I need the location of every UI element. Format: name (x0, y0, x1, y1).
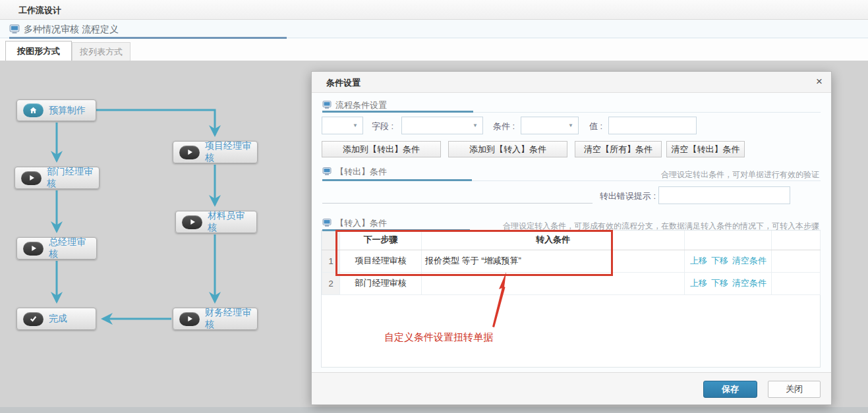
play-icon (21, 171, 42, 185)
monitor-icon (9, 24, 20, 36)
table-row: 2 部门经理审核 上移下移清空条件 (322, 272, 821, 294)
value-label: 值 : (589, 121, 602, 132)
table-row: 1 项目经理审核 报价类型 等于 “增减预算” 上移下移清空条件 (322, 250, 821, 272)
view-tabbar: 按图形方式 按列表方式 (0, 39, 868, 61)
node-label: 材料员审核 (208, 210, 250, 234)
node-label: 部门经理审核 (47, 166, 93, 190)
chevron-down-icon: ▼ (473, 123, 478, 128)
clear-all-condition-button[interactable]: 清空【所有】条件 (575, 141, 662, 157)
row-number: 1 (322, 250, 340, 272)
play-icon (179, 312, 200, 326)
section-in-condition: 【转入】条件 (322, 217, 387, 229)
header-actions (685, 231, 772, 250)
node-label: 总经理审核 (49, 236, 90, 260)
monitor-icon (322, 101, 332, 111)
node-label: 预算制作 (49, 105, 86, 117)
close-icon[interactable]: × (816, 75, 823, 88)
node-label: 完成 (49, 313, 67, 325)
flow-node-finance-manager-review[interactable]: 财务经理审核 (173, 308, 258, 330)
annotation-text: 自定义条件设置扭转单据 (384, 331, 493, 344)
home-icon (23, 103, 43, 117)
play-icon (23, 242, 43, 256)
actions-cell: 上移下移清空条件 (685, 250, 772, 272)
section-underline (322, 229, 470, 231)
out-error-input[interactable] (658, 186, 790, 204)
out-condition-hint: 合理设定转出条件，可对单据进行有效的验证 (661, 169, 819, 180)
app-header: 工作流设计 (0, 0, 868, 20)
in-condition-cell (422, 272, 685, 294)
close-button[interactable]: 关闭 (768, 381, 821, 398)
check-icon (23, 312, 43, 326)
section-underline (322, 111, 473, 113)
section-underline (322, 179, 472, 181)
clear-condition-link[interactable]: 清空条件 (732, 256, 767, 265)
workflow-designer-screen: 工作流设计 多种情况审核 流程定义 按图形方式 按列表方式 (0, 0, 868, 413)
header-row-number (322, 231, 340, 250)
flow-node-gm-review[interactable]: 总经理审核 (16, 237, 97, 260)
flow-node-dept-manager-review[interactable]: 部门经理审核 (14, 167, 100, 189)
monitor-icon (322, 167, 332, 177)
clear-out-condition-button[interactable]: 清空【转出】条件 (666, 141, 745, 157)
node-label: 财务经理审核 (205, 307, 251, 331)
next-step-cell: 项目经理审核 (340, 250, 422, 272)
page-title: 工作流设计 (18, 5, 61, 16)
save-button[interactable]: 保存 (703, 381, 757, 398)
flow-node-budget-create[interactable]: 预算制作 (16, 99, 96, 121)
condition-label: 条件 : (493, 121, 515, 132)
condition-select[interactable]: ▼ (521, 117, 579, 134)
chevron-down-icon: ▼ (353, 123, 358, 128)
header-spare (772, 231, 821, 250)
out-condition-empty-area (322, 203, 593, 204)
node-label: 项目经理审核 (205, 140, 251, 164)
tab-list-view[interactable]: 按列表方式 (72, 42, 130, 61)
section-out-condition: 【转出】条件 (322, 166, 387, 178)
move-down-link[interactable]: 下移 (711, 256, 728, 265)
dialog-titlebar: 条件设置 × (312, 72, 831, 93)
spare-cell (772, 250, 821, 272)
in-condition-table-panel: 下一步骤 转入条件 1 项目经理审核 报价类型 等于 “增减预算” 上移下移清空… (321, 230, 821, 368)
canvas-bottom-strip (0, 407, 868, 413)
dialog-footer: 保存 关闭 (312, 372, 831, 404)
header-in-condition: 转入条件 (422, 231, 685, 250)
tab-graphic-view[interactable]: 按图形方式 (5, 41, 72, 61)
value-input[interactable] (608, 117, 697, 134)
condition-settings-dialog: 条件设置 × 流程条件设置 ▼ 字段 : ▼ 条件 : ▼ 值 : 添加到【转出… (311, 71, 832, 405)
flow-node-complete[interactable]: 完成 (16, 308, 96, 330)
move-up-link[interactable]: 上移 (690, 256, 707, 265)
actions-cell: 上移下移清空条件 (685, 272, 772, 294)
flow-node-project-manager-review[interactable]: 项目经理审核 (173, 141, 258, 163)
section-title: 【转出】条件 (335, 166, 387, 178)
play-icon (179, 146, 200, 159)
table-header-row: 下一步骤 转入条件 (322, 231, 821, 250)
field-label: 字段 : (372, 121, 393, 132)
row-number: 2 (322, 272, 340, 294)
in-condition-cell: 报价类型 等于 “增减预算” (422, 250, 685, 272)
logic-operator-select[interactable]: ▼ (322, 117, 363, 134)
monitor-icon (322, 219, 332, 229)
move-down-link[interactable]: 下移 (711, 278, 728, 288)
next-step-cell: 部门经理审核 (340, 272, 422, 294)
breadcrumb-bar: 多种情况审核 流程定义 (0, 20, 868, 39)
dialog-title: 条件设置 (326, 77, 361, 89)
spare-cell (772, 272, 821, 294)
in-condition-table: 下一步骤 转入条件 1 项目经理审核 报价类型 等于 “增减预算” 上移下移清空… (322, 231, 821, 295)
breadcrumb: 多种情况审核 流程定义 (24, 24, 119, 36)
play-icon (182, 215, 202, 229)
section-flow-condition-setup: 流程条件设置 (322, 99, 387, 111)
move-up-link[interactable]: 上移 (690, 278, 707, 288)
header-next-step: 下一步骤 (340, 231, 422, 250)
flow-node-material-clerk-review[interactable]: 材料员审核 (175, 211, 257, 233)
clear-condition-link[interactable]: 清空条件 (732, 278, 767, 288)
out-error-label: 转出错误提示 : (596, 190, 656, 202)
section-title: 【转入】条件 (335, 217, 387, 229)
add-to-out-condition-button[interactable]: 添加到【转出】条件 (322, 141, 441, 157)
field-select[interactable]: ▼ (401, 117, 483, 134)
section-title: 流程条件设置 (335, 99, 387, 111)
chevron-down-icon: ▼ (568, 123, 573, 128)
add-to-in-condition-button[interactable]: 添加到【转入】条件 (448, 141, 567, 157)
